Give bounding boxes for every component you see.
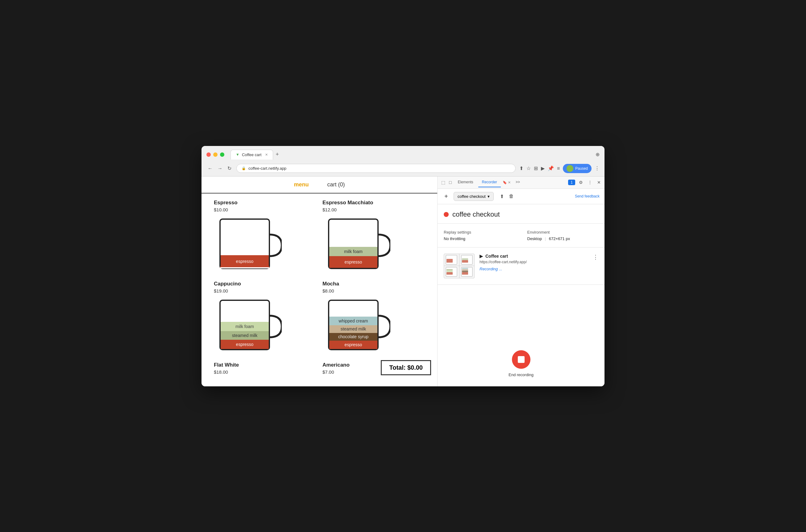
- browser-icons: ⬆ ☆ ⊞ ▶ 📌 ≡ Paused ⋮: [519, 164, 599, 173]
- cursor-icon[interactable]: ⬚: [440, 179, 446, 186]
- url-bar[interactable]: 🔒 coffee-cart.netlify.app: [236, 164, 516, 173]
- avatar: [567, 165, 573, 172]
- stop-recording-button[interactable]: [512, 350, 531, 369]
- tab-close-icon[interactable]: ✕: [265, 153, 268, 157]
- list-item[interactable]: Espresso $10.00 espresso: [214, 200, 316, 274]
- coffee-name: Mocha: [323, 281, 339, 287]
- list-item[interactable]: Espresso Macchiato $12.00 milk foam espr…: [323, 200, 425, 274]
- list-item[interactable]: Americano $7.00 Total: $0.00: [323, 362, 425, 378]
- end-recording-section: End recording: [438, 341, 604, 386]
- back-button[interactable]: ←: [207, 165, 214, 172]
- recording-more-button[interactable]: ⋮: [593, 254, 598, 261]
- title-bar: ▼ Coffee cart ✕ + ⊕: [202, 146, 604, 162]
- browser-window: ▼ Coffee cart ✕ + ⊕ ← → ↻ 🔒 coffee-cart.…: [202, 146, 604, 386]
- svg-rect-36: [462, 258, 468, 260]
- menu-nav-item[interactable]: menu: [294, 182, 309, 188]
- replay-settings-group: Replay settings No throttling: [444, 230, 515, 241]
- cart-nav-item[interactable]: cart (0): [327, 182, 345, 188]
- coffee-price: $12.00: [323, 207, 337, 212]
- menu-icon[interactable]: ⋮: [595, 165, 599, 171]
- dropdown-chevron-icon: ▾: [487, 194, 490, 199]
- recording-select[interactable]: coffee checkout ▾: [454, 192, 494, 201]
- svg-text:steamed milk: steamed milk: [341, 326, 366, 331]
- end-recording-label: End recording: [508, 373, 534, 377]
- preview-expand-arrow[interactable]: ▶: [480, 254, 483, 259]
- coffee-name: Flat White: [214, 362, 239, 368]
- coffee-price: $10.00: [214, 207, 228, 212]
- extensions-icon[interactable]: ⊕: [596, 152, 599, 157]
- content-area: menu cart (0) Espresso $10.00 espresso: [202, 176, 604, 386]
- recording-actions: ⬆ 🗑: [499, 192, 515, 201]
- svg-text:espresso: espresso: [345, 342, 362, 347]
- thumb-cell-3: [444, 266, 459, 278]
- extensions-puzzle-icon[interactable]: ⊞: [534, 165, 538, 171]
- svg-rect-33: [446, 259, 453, 263]
- tab-favicon-icon: ▼: [236, 152, 239, 157]
- svg-rect-35: [462, 260, 468, 263]
- preview-header-row: ▶ Coffee cart https://coffee-cart.netlif…: [480, 254, 598, 271]
- list-item[interactable]: Mocha $8.00 whipped cream steamed milk c…: [323, 281, 425, 356]
- tab-more[interactable]: >>: [512, 177, 524, 187]
- environment-label: Environment: [527, 230, 599, 234]
- layers-icon[interactable]: □: [448, 179, 453, 186]
- address-bar: ← → ↻ 🔒 coffee-cart.netlify.app ⬆ ☆ ⊞ ▶ …: [202, 162, 604, 176]
- devtools-panel: ⬚ □ Elements Recorder 🔖 ✕ >> 1 ⚙ ⋮ ✕ + c…: [438, 176, 604, 386]
- coffee-mug-mocha: whipped cream steamed milk chocolate syr…: [323, 297, 390, 356]
- settings-icon[interactable]: ⚙: [578, 179, 584, 186]
- forward-button[interactable]: →: [216, 165, 224, 172]
- close-devtools-icon[interactable]: ✕: [596, 179, 602, 186]
- browser-chrome: ▼ Coffee cart ✕ + ⊕ ← → ↻ 🔒 coffee-cart.…: [202, 146, 604, 176]
- media-icon[interactable]: ▶: [541, 165, 545, 171]
- svg-text:steamed milk: steamed milk: [232, 333, 258, 338]
- environment-group: Environment Desktop | 672×671 px: [527, 230, 599, 241]
- no-throttling-value: No throttling: [444, 236, 515, 241]
- share-icon[interactable]: ⬆: [519, 165, 523, 171]
- url-text: coffee-cart.netlify.app: [248, 166, 286, 171]
- chat-badge[interactable]: 1: [568, 179, 575, 185]
- svg-text:milk foam: milk foam: [344, 249, 363, 254]
- coffee-price: $8.00: [323, 288, 334, 293]
- paused-label: Paused: [575, 166, 588, 171]
- svg-rect-21: [220, 347, 269, 349]
- tab-title: Coffee cart: [242, 152, 261, 157]
- delete-recording-button[interactable]: 🗑: [507, 192, 515, 201]
- maximize-traffic-light[interactable]: [220, 152, 224, 157]
- environment-value: Desktop | 672×671 px: [527, 236, 599, 241]
- settings-section: Replay settings No throttling Environmen…: [438, 224, 604, 247]
- tab-elements[interactable]: Elements: [454, 177, 477, 187]
- traffic-lights: [207, 152, 224, 157]
- minimize-traffic-light[interactable]: [213, 152, 217, 157]
- list-item[interactable]: Flat White $18.00: [214, 362, 316, 378]
- close-traffic-light[interactable]: [207, 152, 211, 157]
- coffee-mug-espresso: espresso: [214, 216, 282, 274]
- pin-icon[interactable]: 📌: [548, 165, 554, 171]
- list-icon[interactable]: ≡: [557, 166, 560, 171]
- recording-header: coffee checkout: [438, 204, 604, 224]
- recorder-tab-close-icon[interactable]: 🔖 ✕: [503, 180, 511, 185]
- recorder-toolbar: + coffee checkout ▾ ⬆ 🗑 Send feedback: [438, 189, 604, 204]
- total-badge: Total: $0.00: [381, 360, 431, 375]
- export-recording-button[interactable]: ⬆: [499, 192, 505, 201]
- thumb-cell-1: [444, 254, 459, 266]
- recording-preview: ▶ Coffee cart https://coffee-cart.netlif…: [438, 247, 604, 285]
- paused-badge[interactable]: Paused: [563, 164, 592, 173]
- devtools-icons: 1 ⚙ ⋮ ✕: [568, 179, 602, 186]
- coffee-app: menu cart (0) Espresso $10.00 espresso: [202, 176, 438, 386]
- bookmark-icon[interactable]: ☆: [526, 165, 531, 171]
- svg-rect-7: [220, 267, 269, 268]
- replay-settings-label: Replay settings: [444, 230, 515, 234]
- svg-text:espresso: espresso: [236, 259, 254, 264]
- coffee-price: $18.00: [214, 369, 228, 375]
- svg-text:whipped cream: whipped cream: [339, 319, 368, 323]
- stop-icon: [518, 356, 524, 363]
- active-tab[interactable]: ▼ Coffee cart ✕: [231, 150, 273, 159]
- reload-button[interactable]: ↻: [226, 164, 233, 172]
- list-item[interactable]: Cappucino $19.00 milk foam steamed milk …: [214, 281, 316, 356]
- add-recording-button[interactable]: +: [442, 192, 450, 201]
- svg-rect-45: [462, 268, 468, 269]
- more-options-icon[interactable]: ⋮: [587, 179, 593, 186]
- tab-recorder[interactable]: Recorder: [478, 177, 501, 187]
- send-feedback-button[interactable]: Send feedback: [575, 194, 599, 198]
- svg-rect-38: [446, 272, 453, 274]
- new-tab-button[interactable]: +: [273, 150, 282, 159]
